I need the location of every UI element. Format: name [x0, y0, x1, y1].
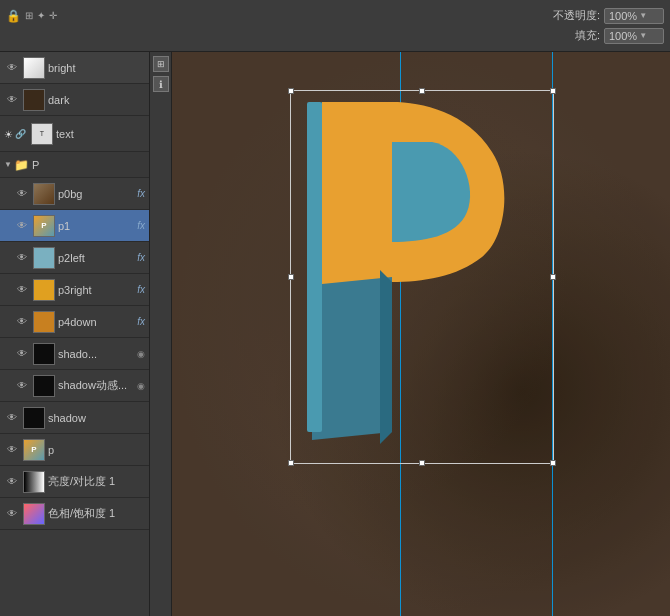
eye-bright[interactable]: 👁 — [4, 60, 20, 76]
layer-name-shadow-anim: shadow动感... — [58, 378, 135, 393]
eye-hue[interactable]: 👁 — [4, 506, 20, 522]
layer-name-shadow-img: shado... — [58, 348, 135, 360]
layer-shadow-anim[interactable]: 👁 shadow动感... ◉ — [0, 370, 149, 402]
layer-p0bg[interactable]: 👁 p0bg fx — [0, 178, 149, 210]
thumb-p4down — [33, 311, 55, 333]
handle-br[interactable] — [550, 460, 556, 466]
thumb-dark — [23, 89, 45, 111]
handle-tl[interactable] — [288, 88, 294, 94]
top-toolbar: 🔒 ⊞ ✦ ✛ 不透明度: 100% ▼ 填充: 100% ▼ — [0, 0, 670, 52]
layer-name-brightness: 亮度/对比度 1 — [48, 474, 145, 489]
fill-dropdown[interactable]: 100% ▼ — [604, 28, 664, 44]
layer-text[interactable]: 🔗 T text — [0, 116, 149, 152]
selection-box — [290, 90, 554, 464]
layer-p2left[interactable]: 👁 p2left fx — [0, 242, 149, 274]
group-p[interactable]: ▼ 📁 P — [0, 152, 149, 178]
handle-tr[interactable] — [550, 88, 556, 94]
eye-brightness[interactable]: 👁 — [4, 474, 20, 490]
layer-name-p4down: p4down — [58, 316, 135, 328]
handle-bl[interactable] — [288, 460, 294, 466]
fx-p1: fx — [137, 220, 145, 231]
layer-name-bright: bright — [48, 62, 145, 74]
thumb-hue — [23, 503, 45, 525]
group-arrow: ▼ — [4, 160, 12, 169]
handle-bm[interactable] — [419, 460, 425, 466]
fx-p0bg: fx — [137, 188, 145, 199]
thumb-shadow-final — [23, 407, 45, 429]
layer-name-dark: dark — [48, 94, 145, 106]
eye-dark[interactable]: 👁 — [4, 92, 20, 108]
fx-p2left: fx — [137, 252, 145, 263]
layer-hue[interactable]: 👁 色相/饱和度 1 — [0, 498, 149, 530]
layer-name-hue: 色相/饱和度 1 — [48, 506, 145, 521]
eye-shadow-anim[interactable]: 👁 — [14, 378, 30, 394]
thumb-p0bg — [33, 183, 55, 205]
layer-name-p-final: p — [48, 444, 145, 456]
canvas-area — [172, 52, 670, 616]
fx-p4down: fx — [137, 316, 145, 327]
thumb-p3right — [33, 279, 55, 301]
layer-name-text: text — [56, 128, 145, 140]
layer-p-final[interactable]: 👁 P p — [0, 434, 149, 466]
mini-panel: ⊞ ℹ — [150, 52, 172, 616]
vis-icon-anim: ◉ — [137, 381, 145, 391]
fill-arrow: ▼ — [639, 31, 647, 40]
eye-shadow-img[interactable]: 👁 — [14, 346, 30, 362]
thumb-p2left — [33, 247, 55, 269]
eye-p-final[interactable]: 👁 — [4, 442, 20, 458]
layer-p1[interactable]: 👁 P p1 fx — [0, 210, 149, 242]
group-name-p: P — [32, 159, 39, 171]
link-icon: 🔗 — [15, 129, 26, 139]
eye-p2left[interactable]: 👁 — [14, 250, 30, 266]
layer-name-p3right: p3right — [58, 284, 135, 296]
layer-dark[interactable]: 👁 dark — [0, 84, 149, 116]
thumb-brightness — [23, 471, 45, 493]
eye-shadow[interactable]: 👁 — [4, 410, 20, 426]
thumb-shadow-anim — [33, 375, 55, 397]
layer-p4down[interactable]: 👁 p4down fx — [0, 306, 149, 338]
lock-brush: ✦ — [37, 10, 45, 21]
opacity-row: 🔒 ⊞ ✦ ✛ 不透明度: 100% ▼ — [0, 6, 670, 26]
fill-value: 100% — [609, 30, 637, 42]
fill-row: 填充: 100% ▼ — [0, 26, 670, 46]
lock-icon: 🔒 — [6, 9, 21, 23]
fx-p3right: fx — [137, 284, 145, 295]
opacity-dropdown[interactable]: 100% ▼ — [604, 8, 664, 24]
eye-p3right[interactable]: 👁 — [14, 282, 30, 298]
mini-btn-grid[interactable]: ⊞ — [153, 56, 169, 72]
handle-mr[interactable] — [550, 274, 556, 280]
lock-move: ✛ — [49, 10, 57, 21]
thumb-text: T — [31, 123, 53, 145]
thumb-p-final: P — [23, 439, 45, 461]
layer-name-p0bg: p0bg — [58, 188, 135, 200]
layer-p3right[interactable]: 👁 p3right fx — [0, 274, 149, 306]
layer-shadow[interactable]: 👁 shadow — [0, 402, 149, 434]
vis-icon-shadow: ◉ — [137, 349, 145, 359]
handle-ml[interactable] — [288, 274, 294, 280]
layer-shadow-img[interactable]: 👁 shado... ◉ — [0, 338, 149, 370]
main-area: 👁 bright 👁 dark 🔗 T text ▼ 📁 P 👁 — [0, 52, 670, 616]
opacity-value: 100% — [609, 10, 637, 22]
layer-bright[interactable]: 👁 bright — [0, 52, 149, 84]
opacity-arrow: ▼ — [639, 11, 647, 20]
lock-squares: ⊞ — [25, 10, 33, 21]
eye-p4down[interactable]: 👁 — [14, 314, 30, 330]
handle-tm[interactable] — [419, 88, 425, 94]
layer-brightness[interactable]: 👁 亮度/对比度 1 — [0, 466, 149, 498]
eye-p1[interactable]: 👁 — [14, 218, 30, 234]
layer-name-shadow: shadow — [48, 412, 145, 424]
eye-p0bg[interactable]: 👁 — [14, 186, 30, 202]
layers-panel: 👁 bright 👁 dark 🔗 T text ▼ 📁 P 👁 — [0, 52, 150, 616]
thumb-bright — [23, 57, 45, 79]
lock-area: 🔒 ⊞ ✦ ✛ — [6, 9, 57, 23]
fill-label: 填充: — [575, 28, 600, 43]
mini-btn-info[interactable]: ℹ — [153, 76, 169, 92]
thumb-p1: P — [33, 215, 55, 237]
layer-name-p1: p1 — [58, 220, 135, 232]
folder-icon: 📁 — [14, 158, 29, 172]
sun-icon — [4, 128, 13, 140]
opacity-label: 不透明度: — [553, 8, 600, 23]
thumb-shadow-img — [33, 343, 55, 365]
layer-name-p2left: p2left — [58, 252, 135, 264]
